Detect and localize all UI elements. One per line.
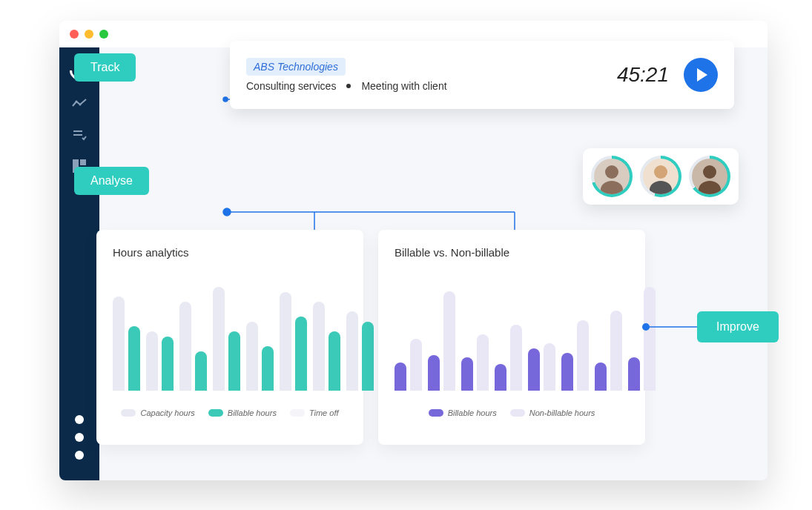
billable-bar	[228, 331, 240, 391]
window-close-button[interactable]	[70, 30, 79, 39]
separator-dot-icon	[346, 84, 351, 88]
chart-title: Hours analytics	[113, 246, 347, 259]
subtask-name: Meeting with client	[361, 80, 446, 92]
billable-legend: Billable hours Non-billable hours	[395, 408, 629, 417]
bar-group	[495, 325, 522, 391]
billable-bar	[395, 362, 406, 391]
play-button[interactable]	[684, 58, 718, 92]
team-avatars-card	[583, 148, 739, 205]
analyse-badge: Analyse	[74, 167, 149, 195]
bar-group	[146, 331, 174, 391]
legend-item: Non-billable hours	[510, 408, 595, 417]
timer-info: ABS Technologies Consulting services Mee…	[246, 58, 617, 92]
svg-point-13	[223, 208, 231, 216]
analytics-nav-icon[interactable]	[72, 96, 87, 111]
hours-legend: Capacity hours Billable hours Time off	[113, 408, 347, 417]
legend-label: Capacity hours	[140, 408, 194, 417]
billable-bars	[395, 279, 629, 391]
play-icon	[697, 68, 707, 82]
billable-bar	[195, 351, 207, 391]
billable-bar	[262, 346, 274, 391]
legend-item: Billable hours	[429, 408, 497, 417]
bar-group	[628, 287, 656, 391]
bar-group	[395, 339, 422, 391]
capacity-bar	[346, 311, 358, 391]
window-maximize-button[interactable]	[99, 30, 108, 39]
dot-icon	[75, 415, 84, 424]
billable-bar	[162, 337, 174, 391]
sidebar-more-dots[interactable]	[75, 415, 84, 460]
bar-group	[313, 302, 340, 391]
billable-bar	[128, 326, 140, 391]
dot-icon	[75, 451, 84, 460]
legend-label: Billable hours	[448, 408, 497, 417]
non-billable-bar	[644, 287, 656, 391]
avatar-progress-ring[interactable]	[591, 156, 633, 197]
capacity-bar	[146, 331, 158, 391]
bar-group	[213, 287, 240, 391]
project-tag[interactable]: ABS Technologies	[246, 58, 346, 76]
legend-swatch-icon	[290, 409, 305, 417]
billable-bar	[595, 362, 607, 391]
avatar	[692, 159, 727, 194]
legend-item: Time off	[290, 408, 339, 417]
bar-group	[561, 320, 589, 391]
billable-bar	[461, 357, 473, 391]
capacity-bar	[246, 322, 258, 391]
svg-point-18	[601, 181, 623, 194]
avatar-progress-ring[interactable]	[689, 156, 730, 197]
billable-bar	[495, 364, 506, 391]
capacity-bar	[313, 302, 325, 391]
bar-group	[461, 334, 489, 391]
avatar	[594, 159, 630, 194]
avatar-progress-ring[interactable]	[640, 156, 681, 197]
billable-bar	[362, 322, 374, 391]
hours-analytics-card: Hours analytics Capacity hours Billable …	[96, 230, 363, 445]
bar-group	[113, 297, 140, 391]
svg-point-17	[605, 165, 618, 179]
legend-swatch-icon	[208, 409, 223, 417]
tasks-nav-icon[interactable]	[72, 128, 87, 142]
bar-group	[246, 322, 274, 391]
bar-group	[179, 302, 207, 391]
non-billable-bar	[477, 334, 489, 391]
billable-bar	[528, 348, 540, 391]
hours-bars	[113, 279, 347, 391]
legend-label: Time off	[309, 408, 339, 417]
sidebar	[59, 47, 99, 480]
non-billable-bar	[544, 343, 555, 391]
timer-card: ABS Technologies Consulting services Mee…	[230, 41, 734, 109]
billable-bar	[428, 355, 440, 391]
svg-point-0	[76, 101, 78, 103]
svg-point-1	[79, 104, 82, 106]
window-minimize-button[interactable]	[85, 30, 93, 39]
legend-swatch-icon	[429, 409, 443, 417]
bar-group	[528, 343, 555, 391]
avatar	[643, 159, 679, 194]
task-name: Consulting services	[246, 80, 336, 92]
billable-bar	[561, 353, 573, 391]
capacity-bar	[213, 287, 225, 391]
non-billable-bar	[410, 339, 422, 391]
svg-point-24	[642, 323, 650, 331]
legend-swatch-icon	[510, 409, 525, 417]
billable-bar	[329, 331, 340, 391]
bar-group	[280, 292, 307, 391]
svg-point-9	[223, 97, 228, 102]
svg-point-21	[703, 165, 716, 179]
non-billable-bar	[443, 291, 455, 391]
non-billable-bar	[510, 325, 522, 391]
legend-swatch-icon	[121, 409, 136, 417]
billable-bar	[628, 357, 640, 391]
legend-label: Non-billable hours	[529, 408, 595, 417]
capacity-bar	[113, 297, 125, 391]
non-billable-bar	[577, 320, 589, 391]
chart-title: Billable vs. Non-billable	[395, 246, 629, 259]
track-badge: Track	[74, 53, 136, 82]
svg-point-19	[654, 165, 667, 179]
improve-badge: Improve	[697, 311, 779, 342]
bar-group	[346, 311, 374, 391]
legend-label: Billable hours	[228, 408, 277, 417]
capacity-bar	[179, 302, 191, 391]
timer-description: Consulting services Meeting with client	[246, 80, 617, 92]
